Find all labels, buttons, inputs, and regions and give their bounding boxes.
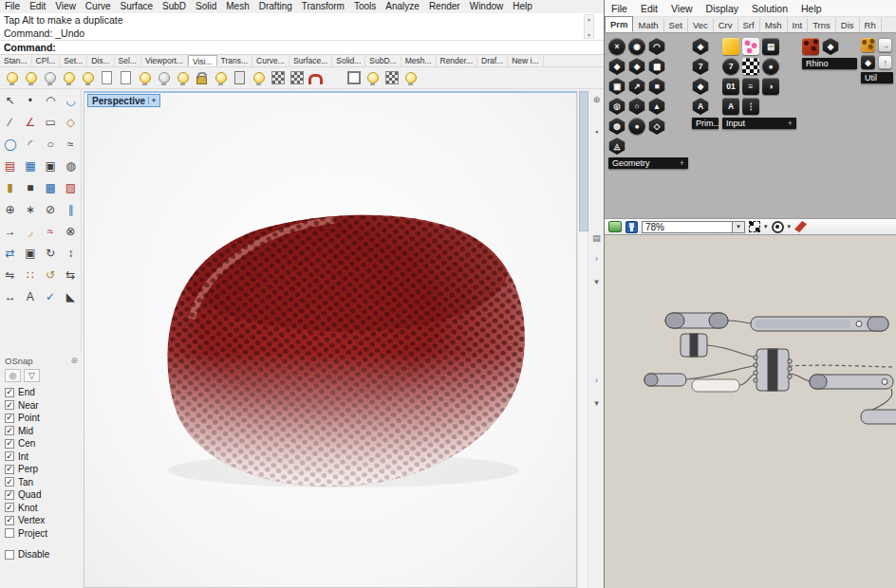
component-icon[interactable]: ◑	[762, 78, 779, 95]
sidebar-tool-icon[interactable]: ▦	[20, 155, 40, 176]
sidebar-tool-icon[interactable]: ▤	[0, 155, 20, 176]
expand-panel-icon[interactable]: ›	[589, 374, 604, 387]
gear-icon[interactable]: ⊛	[589, 93, 604, 106]
toolbar-tab[interactable]: Stan...	[0, 55, 32, 66]
toolbar-icon[interactable]	[289, 70, 305, 86]
rhino-menu-item[interactable]: Mesh	[221, 0, 253, 13]
checkbox[interactable]	[5, 516, 14, 525]
sidebar-tool-icon[interactable]: ≈	[61, 133, 81, 155]
osnap-row[interactable]: Near	[5, 399, 82, 413]
component-icon[interactable]: ≡	[742, 78, 759, 95]
viewport-tab[interactable]: Perspective ▾	[87, 94, 160, 107]
sidebar-tool-icon[interactable]: ⊕	[0, 198, 20, 220]
chevron-down-icon[interactable]: ▾	[733, 221, 745, 233]
sidebar-tool-icon[interactable]: ◠	[41, 89, 61, 111]
checkbox[interactable]	[5, 413, 14, 423]
sidebar-tool-icon[interactable]: ⊗	[61, 220, 81, 242]
toolbar-tab[interactable]: Solid...	[332, 55, 365, 66]
grasshopper-menu-item[interactable]: File	[605, 0, 634, 17]
rhino-menu-item[interactable]: SubD	[158, 0, 191, 13]
sidebar-tool-icon[interactable]: ↺	[41, 264, 61, 285]
rhino-menu-item[interactable]: Surface	[116, 0, 158, 13]
toolbar-icon[interactable]	[80, 70, 96, 86]
page-icon[interactable]: ▤	[589, 231, 604, 245]
component-icon[interactable]: ▲	[648, 98, 665, 115]
sidebar-tool-icon[interactable]: ⇋	[0, 264, 20, 285]
osnap-row[interactable]: Int	[5, 450, 82, 464]
osnap-row[interactable]: Cen	[5, 437, 82, 450]
toolbar-icon[interactable]	[156, 70, 172, 86]
sidebar-tool-icon[interactable]: ◯	[0, 133, 20, 155]
component-icon[interactable]: A	[692, 98, 709, 115]
rhino-menu-item[interactable]: File	[0, 0, 25, 13]
component-tab[interactable]: Prm	[605, 16, 633, 32]
expand-icon[interactable]: +	[680, 158, 684, 168]
grasshopper-menu-item[interactable]: Edit	[634, 0, 664, 17]
component-icon[interactable]: ◬	[608, 138, 625, 155]
component-icon[interactable]: ×	[608, 38, 625, 55]
sidebar-tool-icon[interactable]: ▭	[41, 111, 61, 133]
gh-node[interactable]	[665, 313, 728, 328]
zoom-region-icon[interactable]	[749, 221, 760, 232]
zoom-value[interactable]: 78%	[642, 221, 733, 233]
toolbar-icon[interactable]	[402, 70, 419, 86]
component-icon[interactable]: ○	[628, 98, 645, 115]
toolbar-icon[interactable]	[194, 70, 210, 86]
component-icon[interactable]: 7	[692, 58, 709, 75]
component-icon[interactable]: ◈	[692, 38, 709, 55]
component-icon[interactable]	[742, 58, 759, 75]
toolbar-tab[interactable]: Surface...	[289, 55, 332, 66]
component-icon[interactable]: 7	[722, 58, 739, 75]
rhino-menu-item[interactable]: Curve	[81, 0, 116, 13]
toolbar-tab[interactable]: Curve...	[252, 55, 289, 66]
panel-label[interactable]: Prim...	[692, 118, 719, 129]
sidebar-tool-icon[interactable]: ⊘	[41, 198, 61, 220]
component-icon[interactable]: 01	[722, 78, 739, 95]
rhino-menu-item[interactable]: Transform	[297, 0, 349, 13]
grasshopper-menu-item[interactable]: Help	[794, 0, 829, 17]
pin-icon[interactable]: ▪	[589, 125, 604, 138]
checkbox[interactable]	[5, 439, 14, 449]
component-icon[interactable]: ◍	[608, 118, 625, 135]
component-icon[interactable]: ▤	[762, 38, 779, 55]
gh-node-panel[interactable]	[692, 379, 739, 392]
sidebar-tool-icon[interactable]: ◞	[20, 220, 40, 242]
chevron-down-icon[interactable]: ▾	[788, 223, 792, 230]
command-history[interactable]: Tap Alt to make a duplicateCommand: _Und…	[0, 13, 604, 41]
component-tab[interactable]: Int	[788, 18, 809, 32]
component-tab[interactable]: Vec	[688, 18, 714, 32]
grasshopper-menu-item[interactable]: Display	[700, 0, 745, 17]
toolbar-icon[interactable]	[213, 70, 229, 86]
osnap-row[interactable]: Knot	[5, 502, 82, 515]
expand-icon[interactable]: +	[788, 119, 793, 128]
checkbox[interactable]	[5, 550, 14, 560]
component-icon[interactable]: ▩	[648, 58, 665, 75]
checkbox[interactable]	[5, 400, 14, 410]
sidebar-tool-icon[interactable]: ⇆	[61, 264, 81, 285]
sidebar-tool-icon[interactable]: ↖	[0, 89, 20, 111]
paintbrush-icon[interactable]	[794, 221, 807, 232]
component-icon[interactable]: ◆	[692, 78, 709, 95]
toolbar-tab[interactable]: CPl...	[32, 55, 61, 66]
rhino-menu-item[interactable]: Window	[465, 0, 509, 13]
sidebar-tool-icon[interactable]: ◣	[61, 285, 81, 307]
component-icon[interactable]: ◠	[648, 38, 665, 55]
component-tab[interactable]: Math	[633, 18, 663, 32]
toolbar-tab[interactable]: Viewport...	[141, 55, 188, 66]
toolbar-icon[interactable]	[232, 70, 248, 86]
component-icon[interactable]: ↑	[878, 55, 892, 69]
save-file-icon[interactable]	[625, 221, 638, 233]
gh-node[interactable]	[861, 410, 896, 424]
command-prompt[interactable]: Command:	[0, 41, 604, 55]
component-icon[interactable]	[742, 38, 759, 55]
component-icon[interactable]: ⋮	[742, 98, 759, 115]
toolbar-tab[interactable]: Trans...	[217, 55, 253, 66]
sidebar-tool-icon[interactable]: ∗	[20, 198, 40, 220]
component-icon[interactable]: ●	[628, 118, 645, 135]
toolbar-tab[interactable]: Render...	[437, 55, 478, 66]
scroll-down-icon[interactable]: ▾	[588, 31, 590, 38]
toolbar-icon[interactable]	[308, 70, 324, 86]
rhino-menu-item[interactable]: Edit	[25, 0, 50, 13]
checkbox[interactable]	[5, 426, 14, 435]
osnap-row[interactable]: Vertex	[5, 514, 82, 527]
